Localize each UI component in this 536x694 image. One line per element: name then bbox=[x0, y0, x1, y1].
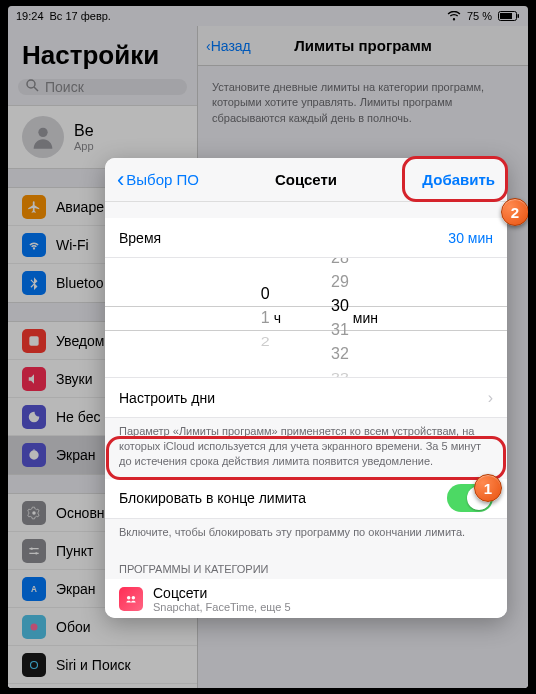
category-row[interactable]: Соцсети Snapchat, FaceTime, еще 5 bbox=[105, 579, 507, 618]
block-note: Включите, чтобы блокировать эту программ… bbox=[105, 519, 507, 550]
minutes-unit: мин bbox=[353, 310, 378, 326]
modal-nav: ‹ Выбор ПО Соцсети Добавить bbox=[105, 158, 507, 202]
svg-point-17 bbox=[127, 596, 131, 600]
time-value: 30 мин bbox=[448, 230, 493, 246]
picker-hours[interactable]: 0 1 2 ч bbox=[105, 258, 321, 377]
modal-back-button[interactable]: ‹ Выбор ПО bbox=[117, 171, 199, 188]
block-label: Блокировать в конце лимита bbox=[119, 490, 306, 506]
badge-2: 2 bbox=[501, 198, 528, 226]
picker-minutes[interactable]: 27 28 29 30 31 32 33 мин bbox=[321, 258, 507, 377]
limits-note: Параметр «Лимиты программ» применяется к… bbox=[105, 418, 507, 479]
badge-1: 1 bbox=[474, 474, 502, 502]
svg-point-18 bbox=[132, 596, 136, 600]
hours-unit: ч bbox=[274, 310, 281, 326]
section-apps-label: Программы и категории bbox=[105, 549, 507, 579]
social-icon bbox=[119, 587, 143, 611]
modal-add-button[interactable]: Добавить bbox=[422, 171, 495, 188]
category-sub: Snapchat, FaceTime, еще 5 bbox=[153, 601, 291, 613]
customize-days-row[interactable]: Настроить дни › bbox=[105, 378, 507, 418]
time-label: Время bbox=[119, 230, 161, 246]
time-row[interactable]: Время 30 мин bbox=[105, 218, 507, 258]
chevron-right-icon: › bbox=[488, 389, 493, 407]
block-at-limit-row[interactable]: Блокировать в конце лимита bbox=[105, 479, 507, 519]
time-picker[interactable]: 0 1 2 ч 27 28 29 30 31 bbox=[105, 258, 507, 378]
limit-modal: ‹ Выбор ПО Соцсети Добавить Время 30 мин… bbox=[105, 158, 507, 618]
chevron-left-icon: ‹ bbox=[117, 173, 124, 187]
category-title: Соцсети bbox=[153, 585, 291, 601]
